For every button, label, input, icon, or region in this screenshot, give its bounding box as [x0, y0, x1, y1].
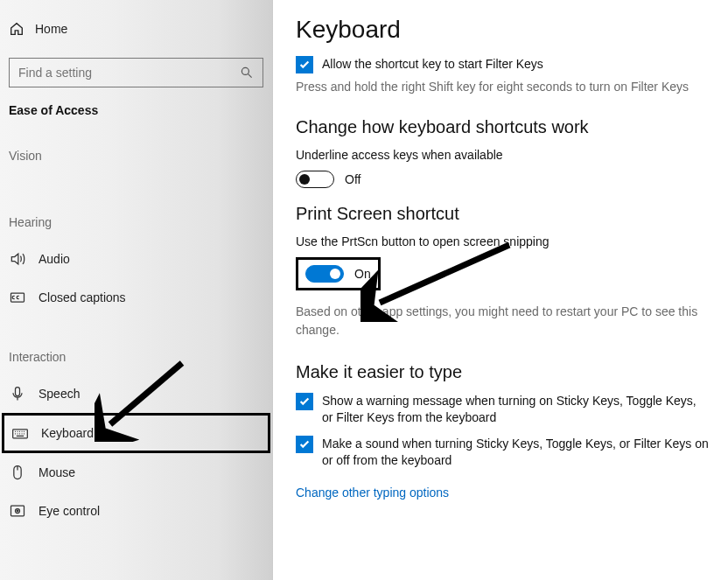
sidebar-item-label: Keyboard	[41, 426, 94, 440]
keyboard-icon	[11, 424, 29, 442]
category-title: Ease of Access	[0, 103, 272, 133]
sidebar-item-label: Closed captions	[38, 290, 126, 304]
search-icon	[240, 66, 254, 80]
checkbox-label: Allow the shortcut key to start Filter K…	[322, 56, 543, 73]
mouse-icon	[9, 464, 26, 481]
checkbox-label: Show a warning message when turning on S…	[322, 393, 709, 427]
checkbox-label: Make a sound when turning Sticky Keys, T…	[322, 436, 709, 470]
link-change-typing-options[interactable]: Change other typing options	[296, 486, 449, 500]
toggle-label: Off	[345, 172, 360, 186]
filter-keys-hint: Press and hold the right Shift key for e…	[296, 79, 709, 96]
section-title-printscreen: Print Screen shortcut	[296, 204, 709, 224]
sidebar-item-label: Mouse	[38, 465, 75, 479]
sidebar-item-label: Audio	[38, 252, 70, 266]
toggle-highlight-box: On	[296, 257, 381, 290]
sidebar: Home Ease of Access Vision Hearing	[0, 0, 273, 580]
sidebar-item-mouse[interactable]: Mouse	[0, 453, 272, 492]
svg-point-7	[17, 510, 18, 512]
group-header-vision: Vision	[0, 133, 272, 173]
checkbox-filter-keys-shortcut[interactable]	[296, 56, 313, 73]
search-container	[9, 58, 263, 87]
home-label: Home	[35, 22, 67, 36]
printscreen-subtext: Use the PrtScn button to open screen sni…	[296, 234, 709, 248]
svg-point-0	[242, 67, 248, 74]
volume-icon	[9, 250, 26, 268]
group-header-interaction: Interaction	[0, 334, 272, 374]
main-content: Keyboard Allow the shortcut key to start…	[273, 0, 728, 580]
group-header-hearing: Hearing	[0, 199, 272, 240]
shortcuts-subtext: Underline access keys when available	[296, 148, 709, 162]
eye-control-icon	[9, 502, 26, 520]
svg-rect-2	[16, 388, 20, 396]
sidebar-item-speech[interactable]: Speech	[0, 374, 272, 413]
printscreen-note: Based on other app settings, you might n…	[296, 303, 709, 339]
sidebar-item-label: Speech	[38, 387, 80, 401]
section-title-shortcuts: Change how keyboard shortcuts work	[296, 117, 709, 137]
toggle-label: On	[354, 267, 371, 281]
sidebar-item-keyboard[interactable]: Keyboard	[2, 413, 270, 453]
sidebar-item-label: Eye control	[38, 504, 100, 518]
caption-icon	[9, 289, 26, 306]
sidebar-item-eye-control[interactable]: Eye control	[0, 492, 272, 530]
toggle-underline-access-keys[interactable]	[296, 171, 334, 188]
toggle-printscreen[interactable]	[305, 265, 344, 283]
sidebar-item-closed-captions[interactable]: Closed captions	[0, 278, 272, 317]
home-button[interactable]: Home	[0, 16, 272, 42]
svg-line-9	[380, 245, 509, 303]
sidebar-item-audio[interactable]: Audio	[0, 240, 272, 278]
checkbox-make-sound[interactable]	[296, 436, 313, 453]
microphone-icon	[9, 385, 26, 402]
page-title: Keyboard	[296, 16, 709, 44]
search-input[interactable]	[18, 66, 228, 80]
search-box[interactable]	[9, 58, 263, 87]
checkbox-show-warning[interactable]	[296, 393, 313, 410]
section-title-easier: Make it easier to type	[296, 362, 709, 382]
home-icon	[9, 21, 24, 37]
